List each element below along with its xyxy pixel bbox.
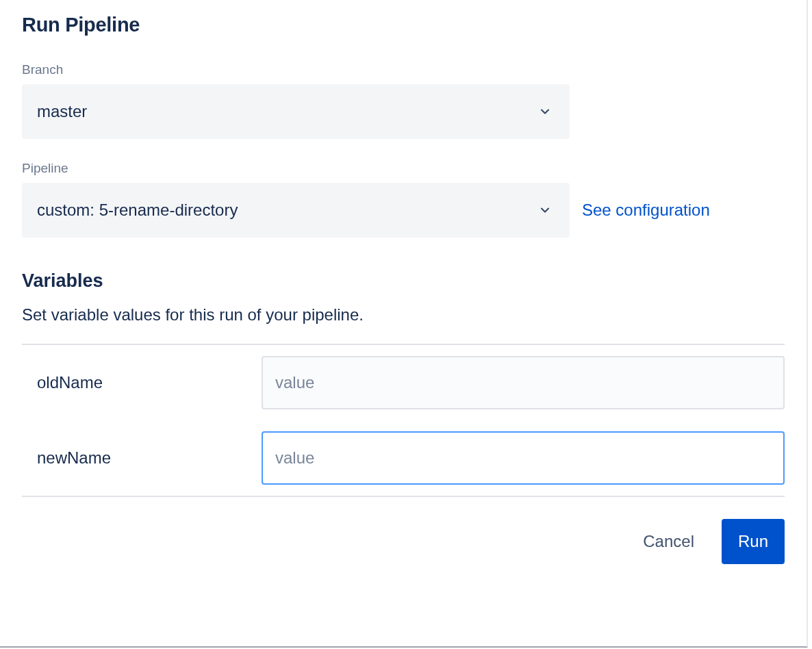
see-configuration-link[interactable]: See configuration bbox=[582, 201, 710, 220]
dialog-title: Run Pipeline bbox=[22, 14, 785, 36]
branch-select-value: master bbox=[37, 102, 87, 121]
variables-title: Variables bbox=[22, 270, 785, 292]
variable-value-input-newname[interactable] bbox=[262, 431, 785, 485]
variables-table: oldName newName bbox=[22, 344, 785, 497]
run-button[interactable]: Run bbox=[722, 519, 785, 564]
variable-row: newName bbox=[22, 420, 785, 496]
branch-select[interactable]: master bbox=[22, 84, 570, 139]
dialog-actions: Cancel Run bbox=[22, 519, 785, 564]
variable-name: newName bbox=[22, 448, 262, 468]
variables-description: Set variable values for this run of your… bbox=[22, 305, 785, 324]
chevron-down-icon bbox=[537, 103, 553, 120]
pipeline-label: Pipeline bbox=[22, 161, 785, 176]
cancel-button[interactable]: Cancel bbox=[626, 519, 711, 564]
pipeline-select-value: custom: 5-rename-directory bbox=[37, 201, 238, 220]
pipeline-field-group: Pipeline custom: 5-rename-directory See … bbox=[22, 161, 785, 238]
variable-name: oldName bbox=[22, 373, 262, 392]
chevron-down-icon bbox=[537, 202, 553, 218]
variable-value-input-oldname[interactable] bbox=[262, 356, 785, 409]
branch-label: Branch bbox=[22, 62, 785, 77]
variable-row: oldName bbox=[22, 345, 785, 420]
pipeline-select[interactable]: custom: 5-rename-directory bbox=[22, 183, 570, 238]
run-pipeline-dialog: Run Pipeline Branch master Pipeline cust… bbox=[0, 0, 808, 648]
branch-field-group: Branch master bbox=[22, 62, 785, 139]
